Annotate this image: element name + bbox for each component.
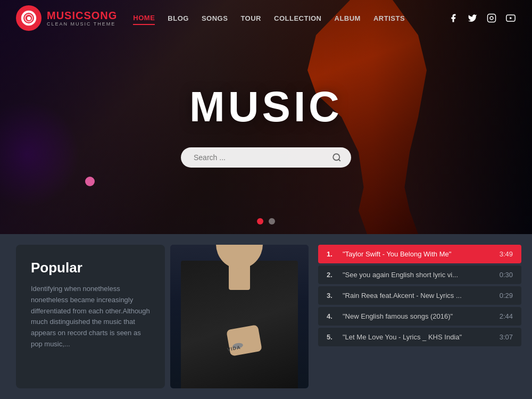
search-button[interactable]: [332, 153, 342, 162]
svg-point-9: [333, 154, 339, 160]
logo-icon: [16, 5, 41, 31]
popular-description: Identifying when nonetheless nonetheless…: [31, 284, 150, 350]
popular-title: Popular: [31, 260, 150, 276]
vinyl-icon: [20, 10, 37, 27]
search-input[interactable]: [194, 153, 327, 162]
track-duration-3: 0:29: [500, 292, 513, 300]
youtube-icon[interactable]: [505, 13, 516, 23]
svg-point-1: [22, 11, 36, 25]
bottom-section: Popular Identifying when nonetheless non…: [0, 234, 532, 399]
svg-point-3: [27, 16, 30, 20]
track-title-5: "Let Me Love You - Lyrics _ KHS India": [343, 333, 492, 341]
artist-image: VIDA: [170, 245, 309, 388]
nav-album[interactable]: ALBUM: [335, 12, 361, 24]
search-bar[interactable]: [181, 147, 351, 168]
playlist-item-3[interactable]: 3. "Rain Reea feat.Akcent - New Lyrics .…: [318, 286, 521, 305]
carousel-dot-1[interactable]: [257, 218, 263, 225]
playlist-item-1[interactable]: 1. "Taylor Swift - You Belong With Me" 3…: [318, 245, 521, 263]
nav-collection[interactable]: COLLECTION: [274, 12, 322, 24]
logo-text: MUSICSONG CLEAN MUSIC THEME: [47, 10, 117, 27]
track-title-1: "Taylor Swift - You Belong With Me": [343, 250, 492, 258]
search-icon: [332, 153, 342, 162]
track-num-4: 4.: [327, 312, 335, 320]
track-num-5: 5.: [327, 333, 335, 341]
instagram-icon[interactable]: [486, 13, 497, 23]
svg-line-4: [22, 13, 26, 15]
svg-line-5: [22, 21, 26, 23]
twitter-icon[interactable]: [467, 13, 478, 23]
track-duration-1: 3:49: [500, 250, 513, 258]
carousel-dot-2[interactable]: [269, 218, 275, 225]
hero-title: MUSIC: [189, 82, 343, 131]
header: MUSICSONG CLEAN MUSIC THEME HOME BLOG SO…: [0, 0, 532, 36]
main-nav: HOME BLOG SONGS TOUR COLLECTION ALBUM AR…: [133, 12, 448, 25]
logo[interactable]: MUSICSONG CLEAN MUSIC THEME: [16, 5, 117, 31]
nav-tour[interactable]: TOUR: [240, 12, 261, 24]
track-num-2: 2.: [327, 271, 335, 279]
track-title-4: "New English famous songs (2016)": [343, 312, 492, 320]
track-duration-5: 3:07: [500, 333, 513, 341]
logo-title: MUSICSONG: [47, 10, 117, 21]
artist-hand: [226, 325, 262, 356]
svg-marker-8: [510, 17, 512, 20]
playlist-item-5[interactable]: 5. "Let Me Love You - Lyrics _ KHS India…: [318, 328, 521, 346]
social-icons: [448, 13, 516, 23]
track-title-3: "Rain Reea feat.Akcent - New Lyrics ...: [343, 292, 492, 300]
track-num-1: 1.: [327, 250, 335, 258]
playlist-item-2[interactable]: 2. "See you again English short lyric vi…: [318, 265, 521, 284]
playlist: 1. "Taylor Swift - You Belong With Me" 3…: [318, 245, 521, 388]
nav-songs[interactable]: SONGS: [202, 12, 228, 24]
popular-card: Popular Identifying when nonetheless non…: [16, 245, 165, 388]
nav-artists[interactable]: ARTISTS: [373, 12, 405, 24]
track-duration-4: 2:44: [500, 312, 513, 320]
track-num-3: 3.: [327, 292, 335, 300]
svg-line-10: [338, 159, 340, 161]
carousel-dots: [257, 218, 275, 225]
svg-rect-6: [488, 14, 496, 22]
nav-home[interactable]: HOME: [133, 12, 155, 25]
svg-point-2: [25, 14, 32, 22]
track-title-2: "See you again English short lyric vi...: [343, 271, 492, 279]
playlist-item-4[interactable]: 4. "New English famous songs (2016)" 2:4…: [318, 307, 521, 326]
facebook-icon[interactable]: [448, 13, 459, 23]
nav-blog[interactable]: BLOG: [168, 12, 189, 24]
logo-subtitle: CLEAN MUSIC THEME: [47, 21, 117, 27]
track-duration-2: 0:30: [500, 271, 513, 279]
